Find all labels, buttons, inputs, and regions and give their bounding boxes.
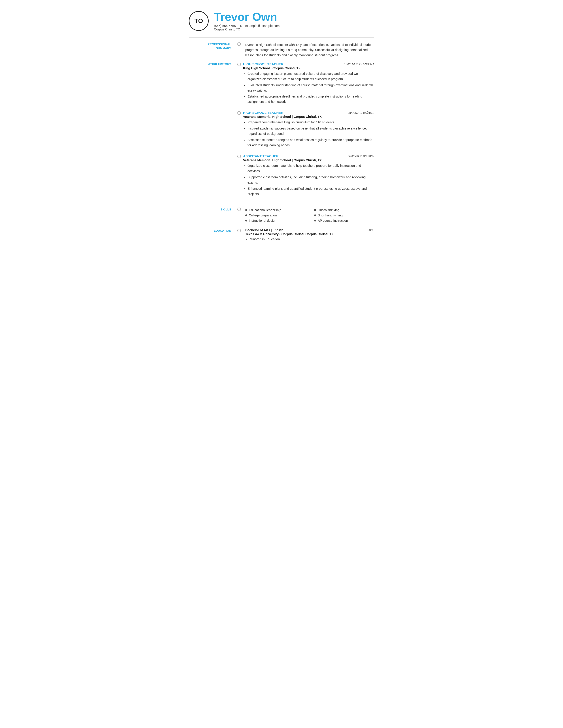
summary-vline: [239, 46, 239, 58]
list-item: Evaluated students' understanding of cou…: [247, 83, 374, 93]
resume-header: TO Trevor Own (555) 555-5555 | E: exampl…: [189, 11, 374, 31]
bullet-icon: [245, 209, 247, 211]
edu-bullets: Minored in Education: [245, 237, 374, 242]
summary-timeline: [235, 42, 243, 58]
bullet-icon: [314, 220, 316, 221]
skills-vline: [239, 211, 239, 223]
job1-company: King High School | Corpus Christi, TX: [243, 66, 374, 70]
header-info: Trevor Own (555) 555-5555 | E: example@e…: [214, 11, 279, 31]
job2-circle: [237, 111, 241, 115]
edu-year: 2005: [368, 228, 374, 232]
edu-school: Texas A&M University - Corpus Christi, C…: [245, 232, 374, 236]
header-divider: [189, 37, 374, 38]
list-item: Minored in Education: [250, 237, 374, 242]
skills-label-col: SKILLS: [189, 207, 235, 223]
work-history-section: WORK HISTORY HIGH SCHOOL TEACHER 07/2014…: [189, 62, 374, 203]
work-history-label: WORK HISTORY: [189, 62, 231, 66]
edu-header: Bachelor of Arts | English 2005: [245, 228, 374, 232]
job3-header: ASSISTANT TEACHER 08/2006 to 06/2007: [243, 154, 374, 158]
list-item: Prepared comprehensive English curriculu…: [247, 120, 374, 125]
skill-item: Instructional design: [245, 218, 305, 223]
job3-dates: 08/2006 to 06/2007: [348, 154, 374, 158]
job-entry-3: ASSISTANT TEACHER 08/2006 to 06/2007 Vet…: [237, 154, 374, 198]
bullet-icon: [314, 214, 316, 216]
education-timeline: [235, 228, 243, 243]
education-content: Bachelor of Arts | English 2005 Texas A&…: [243, 228, 374, 243]
summary-text: Dynamic High School Teacher with 12 year…: [245, 42, 374, 58]
summary-label: PROFESSIONALSUMMARY: [189, 42, 231, 50]
education-section: EDUCATION Bachelor of Arts | English 200…: [189, 228, 374, 243]
work-label-col: WORK HISTORY: [189, 62, 235, 203]
job-entry-2: HIGH SCHOOL TEACHER 06/2007 to 06/2012 V…: [237, 111, 374, 149]
summary-label-col: PROFESSIONALSUMMARY: [189, 42, 235, 58]
email-label: E:: [240, 24, 243, 28]
skills-circle: [237, 208, 241, 211]
skills-label: SKILLS: [189, 208, 231, 212]
phone: (555) 555-5555: [214, 24, 236, 28]
job3-bullets: Organized classroom materials to help te…: [243, 163, 374, 197]
work-content-col: HIGH SCHOOL TEACHER 07/2014 to CURRENT K…: [235, 62, 374, 203]
job2-content: HIGH SCHOOL TEACHER 06/2007 to 06/2012 V…: [243, 111, 374, 149]
skill-item: AP course instruction: [314, 218, 374, 223]
list-item: Supported classroom activities, includin…: [247, 175, 374, 185]
edu-degree: Bachelor of Arts | English: [245, 228, 283, 232]
summary-circle: [237, 42, 241, 46]
skill-item: Shorthand writing: [314, 213, 374, 218]
job1-content: HIGH SCHOOL TEACHER 07/2014 to CURRENT K…: [243, 62, 374, 106]
job2-company: Veterans Memorial High School | Corpus C…: [243, 115, 374, 118]
job3-title: ASSISTANT TEACHER: [243, 154, 278, 158]
education-label-col: EDUCATION: [189, 228, 235, 243]
professional-summary-section: PROFESSIONALSUMMARY Dynamic High School …: [189, 42, 374, 58]
education-circle: [237, 229, 241, 232]
job3-content: ASSISTANT TEACHER 08/2006 to 06/2007 Vet…: [243, 154, 374, 198]
location: Corpus Christi, TX: [214, 28, 279, 31]
job2-bullets: Prepared comprehensive English curriculu…: [243, 120, 374, 148]
list-item: Created engaging lesson plans, fostered …: [247, 71, 374, 82]
list-item: Established appropriate deadlines and pr…: [247, 94, 374, 105]
email: example@example.com: [245, 24, 280, 28]
job3-circle: [237, 155, 241, 158]
bullet-icon: [245, 214, 247, 216]
skill-item: Critical thinking: [314, 208, 374, 212]
job1-circle: [237, 63, 241, 66]
list-item: Organized classroom materials to help te…: [247, 163, 374, 174]
skills-timeline: [235, 207, 243, 223]
skill-item: Educational leadership: [245, 208, 305, 212]
job2-title: HIGH SCHOOL TEACHER: [243, 111, 283, 114]
contact-line: (555) 555-5555 | E: example@example.com: [214, 24, 279, 28]
summary-content: Dynamic High School Teacher with 12 year…: [243, 42, 374, 58]
skill-item: College preparation: [245, 213, 305, 218]
job3-company: Veterans Memorial High School | Corpus C…: [243, 158, 374, 162]
candidate-name: Trevor Own: [214, 11, 279, 23]
job2-header: HIGH SCHOOL TEACHER 06/2007 to 06/2012: [243, 111, 374, 114]
skills-section: SKILLS Educational leadership Critical t…: [189, 207, 374, 223]
job1-dates: 07/2014 to CURRENT: [344, 62, 374, 66]
job2-dates: 06/2007 to 06/2012: [348, 111, 374, 114]
avatar-initials: TO: [189, 11, 209, 31]
job-entry-1: HIGH SCHOOL TEACHER 07/2014 to CURRENT K…: [237, 62, 374, 106]
job1-bullets: Created engaging lesson plans, fostered …: [243, 71, 374, 105]
list-item: Inspired academic success based on belie…: [247, 126, 374, 137]
bullet-icon: [314, 209, 316, 211]
job1-title: HIGH SCHOOL TEACHER: [243, 62, 283, 66]
list-item: Assessed students' strengths and weaknes…: [247, 137, 374, 148]
bullet-icon: [245, 220, 247, 221]
skills-grid: Educational leadership Critical thinking…: [245, 207, 374, 223]
skills-content: Educational leadership Critical thinking…: [243, 207, 374, 223]
list-item: Enhanced learning plans and quantified s…: [247, 186, 374, 197]
job1-header: HIGH SCHOOL TEACHER 07/2014 to CURRENT: [243, 62, 374, 66]
education-label: EDUCATION: [189, 229, 231, 233]
